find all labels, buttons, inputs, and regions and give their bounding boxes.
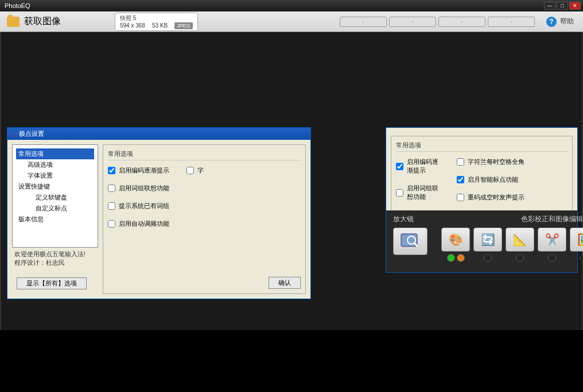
tree-item-hotkey[interactable]: 设置快捷键 — [16, 181, 94, 192]
window-controls: — □ ✕ — [544, 2, 581, 10]
settings-dialog-left: ⬚ 极点设置 常用选项 高级选项 字体设置 设置快捷键 定义软键盘 自定义标点 … — [7, 127, 311, 299]
bottom-toolbar: 放大镜 色彩校正和图像编辑 🎨 🔄 📐 ✂️ 🖼️ 🧹 ◧ 转换为 ICC 配置… — [386, 210, 577, 272]
value-slots: - - - - — [340, 17, 535, 27]
chk-r-sound[interactable]: 重码或空时发声提示 — [457, 193, 568, 202]
help-icon: ? — [546, 17, 557, 27]
folder-icon — [7, 17, 20, 27]
slot-2[interactable]: - — [389, 17, 436, 27]
color-edit-section: 色彩校正和图像编辑 🎨 🔄 📐 ✂️ 🖼️ 🧹 ◧ — [434, 211, 583, 272]
slot-1[interactable]: - — [340, 17, 387, 27]
chk-r-assoc[interactable]: 启用词组联想功能 — [396, 184, 440, 201]
slot-4[interactable]: - — [488, 17, 535, 27]
snapshot-name: 快照 5 — [120, 14, 193, 22]
tool-resize[interactable]: 🖼️ — [570, 228, 583, 252]
acquire-label: 获取图像 — [24, 15, 61, 28]
chk-char[interactable]: 字 — [186, 166, 204, 175]
chk-r-fullwidth[interactable]: 字符兰每时空格全角 — [457, 158, 568, 166]
settings-title: ⬚ 极点设置 — [7, 128, 310, 140]
close-button[interactable]: ✕ — [569, 2, 581, 10]
image-info: 快照 5 594 x 368 53 KB JPEG — [115, 13, 198, 31]
acquire-section[interactable]: 获取图像 — [0, 15, 115, 28]
zoom-label: 放大镜 — [393, 214, 427, 224]
tree-item-softkb[interactable]: 定义软键盘 — [16, 192, 94, 203]
settings-dialog-right: 常用选项 启用编码逐渐提示 启用词组联想功能 提示系统已有词组 启用自动调频功能… — [386, 127, 578, 273]
show-all-button[interactable]: 显示【所有】选项 — [17, 277, 87, 289]
chk-r-smartpunct[interactable]: 启月智能标点功能 — [457, 175, 568, 184]
settings-tree: 常用选项 高级选项 字体设置 设置快捷键 定义软键盘 自定义标点 版本信息 — [12, 144, 98, 248]
main-area: ⬚ 极点设置 常用选项 高级选项 字体设置 设置快捷键 定义软键盘 自定义标点 … — [0, 32, 583, 330]
help-label: 帮助 — [560, 17, 574, 26]
chk-r-hint[interactable]: 启用编码逐渐提示 — [396, 158, 440, 175]
tree-item-advanced[interactable]: 高级选项 — [16, 159, 94, 170]
zoom-section: 放大镜 — [386, 211, 434, 272]
tool-cut[interactable]: ✂️ — [538, 228, 566, 252]
titlebar: PhotoEQ — □ ✕ — [0, 0, 583, 11]
tree-item-font[interactable]: 字体设置 — [16, 170, 94, 181]
magnifier-button[interactable] — [393, 228, 427, 255]
toolbar-middle: 快照 5 594 x 368 53 KB JPEG - - - - — [115, 13, 546, 31]
chk-exist[interactable]: 提示系统已有词组 — [108, 202, 169, 210]
app-title: PhotoEQ — [2, 2, 544, 9]
help-section[interactable]: ? 帮助 — [546, 17, 583, 27]
minimize-button[interactable]: — — [544, 2, 555, 10]
confirm-button[interactable]: 确认 — [269, 277, 301, 289]
welcome-note: 欢迎使用极点五笔输入法! 程序设计：杜志民 — [12, 248, 98, 273]
panel-title: 常用选项 — [108, 150, 301, 160]
tool-crop[interactable]: 📐 — [506, 228, 534, 252]
settings-panel: 常用选项 启用编码逐渐提示 启用词组联想功能 提示系统已有词组 启用自动调频功能… — [103, 144, 306, 294]
filesize: 53 KB — [152, 22, 168, 29]
slot-3[interactable]: - — [438, 17, 485, 27]
magnifier-icon — [400, 233, 421, 250]
chk-autofreq[interactable]: 启用自动调频功能 — [108, 219, 169, 228]
format-tag: JPEG — [174, 22, 193, 29]
tool-rotate[interactable]: 🔄 — [473, 228, 502, 252]
maximize-button[interactable]: □ — [557, 2, 568, 10]
tree-item-common[interactable]: 常用选项 — [16, 148, 94, 159]
panel-title-right: 常用选项 — [396, 141, 568, 152]
chk-hint[interactable]: 启用编码逐渐提示 — [108, 166, 169, 175]
tree-item-punct[interactable]: 自定义标点 — [16, 203, 94, 214]
tree-item-version[interactable]: 版本信息 — [16, 214, 94, 225]
dimensions: 594 x 368 — [120, 22, 145, 29]
tool-indicators — [441, 254, 583, 262]
top-toolbar: 获取图像 快照 5 594 x 368 53 KB JPEG - - - - ?… — [0, 11, 583, 32]
chk-assoc[interactable]: 启用词组联想功能 — [108, 184, 169, 193]
tool-color-balance[interactable]: 🎨 — [441, 228, 470, 252]
color-label: 色彩校正和图像编辑 — [521, 214, 583, 224]
